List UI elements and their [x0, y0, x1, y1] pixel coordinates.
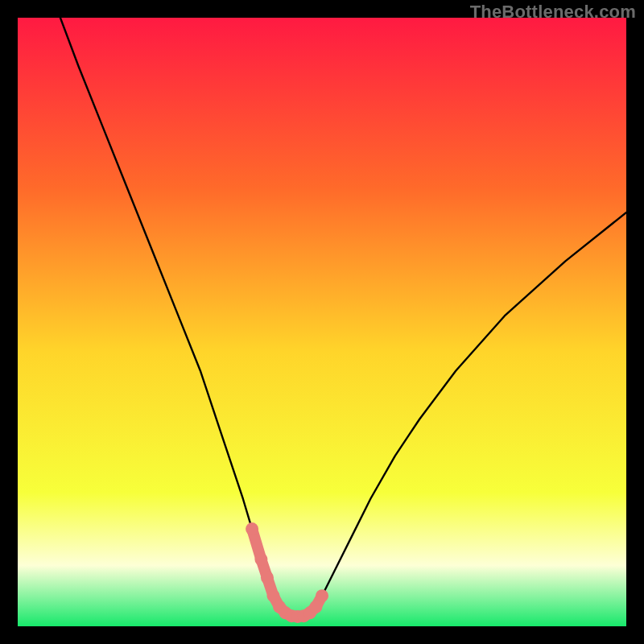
plot-area: [18, 18, 626, 626]
sweet-spot-dot: [246, 522, 258, 535]
outer-frame: TheBottleneck.com: [0, 0, 644, 644]
sweet-spot-dot: [261, 572, 274, 584]
sweet-spot-dot: [267, 589, 280, 602]
chart-svg: [18, 18, 626, 626]
gradient-background: [18, 18, 626, 626]
sweet-spot-dot: [309, 601, 322, 613]
sweet-spot-dot: [254, 553, 267, 566]
watermark-text: TheBottleneck.com: [470, 2, 636, 23]
sweet-spot-dot: [316, 589, 328, 602]
